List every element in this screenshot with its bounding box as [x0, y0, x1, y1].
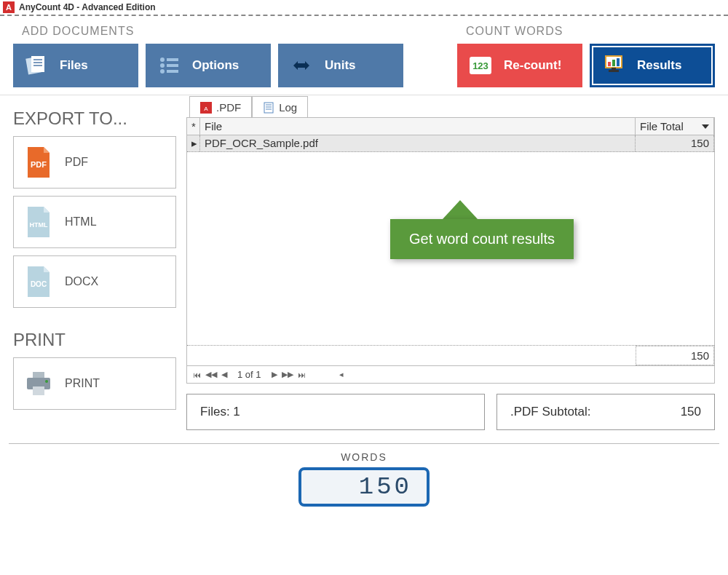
tab-pdf-label: .PDF	[216, 101, 241, 114]
tab-log[interactable]: Log	[252, 96, 308, 118]
svg-point-24	[45, 380, 48, 383]
grid-header-file[interactable]: File	[200, 118, 636, 135]
export-docx-label: DOCX	[65, 275, 98, 288]
titlebar: A AnyCount 4D - Advanced Edition	[0, 0, 728, 16]
pager-last[interactable]: ⏭	[298, 370, 306, 379]
results-label: Results	[637, 58, 681, 73]
svg-text:A: A	[204, 106, 208, 112]
units-label: Units	[325, 58, 356, 73]
units-button[interactable]: Units	[278, 44, 403, 87]
words-label: WORDS	[0, 451, 728, 463]
callout-text: Get word count results	[390, 219, 574, 259]
svg-rect-10	[167, 70, 178, 73]
files-icon	[23, 52, 50, 79]
pdf-icon: PDF	[24, 146, 53, 179]
printer-icon	[24, 367, 53, 400]
divider	[9, 443, 719, 444]
svg-rect-15	[612, 60, 615, 66]
window-title: AnyCount 4D - Advanced Edition	[19, 2, 156, 12]
units-icon	[288, 52, 314, 79]
grid-header: * File File Total	[187, 118, 714, 135]
words-section: WORDS 150	[0, 451, 728, 507]
svg-point-5	[160, 58, 165, 62]
ribbon: ADD DOCUMENTS Files Options Units	[0, 16, 728, 95]
pager-expand[interactable]: ◂	[339, 370, 344, 379]
grid-header-marker[interactable]: *	[187, 118, 200, 135]
app-icon: A	[3, 1, 15, 13]
export-html-label: HTML	[65, 215, 97, 229]
pager-next[interactable]: ▶	[272, 370, 277, 379]
pdf-tab-icon: A	[200, 102, 212, 114]
svg-text:PDF: PDF	[31, 160, 47, 169]
svg-text:DOC: DOC	[31, 280, 47, 288]
svg-rect-17	[612, 68, 616, 70]
results-button[interactable]: Results	[590, 44, 715, 87]
export-label: EXPORT TO...	[13, 108, 179, 129]
grid-header-total-label: File Total	[640, 120, 684, 132]
svg-rect-22	[33, 372, 44, 378]
group-label-add: ADD DOCUMENTS	[13, 25, 403, 38]
summary-subtotal-label: .PDF Subtotal:	[510, 405, 591, 419]
words-counter: 150	[298, 467, 430, 507]
summary-files-count: 1	[233, 405, 240, 419]
summary-row: Files: 1 .PDF Subtotal: 150	[186, 394, 715, 430]
grid-footer: 150	[187, 345, 714, 365]
print-label: PRINT	[65, 377, 100, 390]
svg-rect-6	[167, 58, 178, 61]
recount-icon: 123	[467, 52, 494, 79]
pager-first[interactable]: ⏮	[193, 370, 201, 379]
row-total: 150	[636, 135, 714, 151]
recount-button[interactable]: 123 Re-count!	[457, 44, 582, 87]
grid-footer-total: 150	[636, 346, 714, 365]
sidebar: EXPORT TO... PDF PDF HTML HTML DOC DOCX …	[13, 95, 179, 430]
row-marker: ▸	[187, 135, 200, 151]
svg-rect-8	[167, 64, 178, 67]
pager-text: 1 of 1	[237, 369, 261, 380]
summary-files-label: Files:	[200, 405, 230, 419]
options-label: Options	[192, 58, 239, 73]
log-tab-icon	[263, 102, 274, 114]
table-row[interactable]: ▸ PDF_OCR_Sample.pdf 150	[187, 135, 714, 152]
print-button[interactable]: PRINT	[13, 357, 176, 410]
svg-rect-28	[264, 103, 273, 113]
pager-prev-page[interactable]: ◀◀	[205, 370, 217, 379]
files-label: Files	[60, 58, 88, 73]
svg-text:123: 123	[472, 60, 488, 71]
tabs: A .PDF Log	[189, 95, 715, 118]
options-icon	[156, 52, 182, 79]
html-icon: HTML	[24, 205, 53, 239]
summary-subtotal-value: 150	[681, 405, 701, 419]
svg-rect-25	[33, 386, 44, 395]
row-file: PDF_OCR_Sample.pdf	[200, 135, 636, 151]
files-button[interactable]: Files	[13, 44, 138, 87]
svg-point-9	[160, 69, 165, 74]
export-docx-button[interactable]: DOC DOCX	[13, 255, 176, 308]
svg-rect-14	[608, 62, 611, 66]
recount-label: Re-count!	[504, 58, 561, 73]
group-add-documents: ADD DOCUMENTS Files Options Units	[13, 25, 403, 87]
results-icon	[601, 52, 627, 79]
summary-subtotal: .PDF Subtotal: 150	[496, 394, 715, 430]
group-label-count: COUNT WORDS	[457, 25, 715, 38]
pager-next-page[interactable]: ▶▶	[282, 370, 293, 379]
tab-log-label: Log	[279, 101, 297, 114]
docx-icon: DOC	[24, 265, 53, 298]
print-section-label: PRINT	[13, 330, 179, 350]
pager-prev[interactable]: ◀	[221, 370, 227, 379]
tab-pdf[interactable]: A .PDF	[189, 96, 252, 118]
svg-rect-16	[617, 58, 620, 66]
svg-rect-18	[609, 70, 619, 72]
main-panel: A .PDF Log * File File Total ▸ PDF_OCR_S…	[186, 95, 715, 430]
pager: ⏮ ◀◀ ◀ 1 of 1 ▶ ▶▶ ⏭ ◂	[187, 365, 714, 383]
grid-header-total[interactable]: File Total	[636, 118, 714, 135]
export-pdf-button[interactable]: PDF PDF	[13, 136, 176, 189]
svg-point-7	[160, 63, 165, 68]
export-pdf-label: PDF	[65, 156, 88, 169]
svg-text:HTML: HTML	[30, 221, 48, 229]
options-button[interactable]: Options	[146, 44, 271, 87]
callout: Get word count results	[390, 200, 574, 259]
callout-arrow	[443, 200, 478, 219]
group-count-words: COUNT WORDS 123 Re-count! Results	[457, 25, 715, 87]
summary-files: Files: 1	[186, 394, 485, 430]
export-html-button[interactable]: HTML HTML	[13, 196, 176, 248]
